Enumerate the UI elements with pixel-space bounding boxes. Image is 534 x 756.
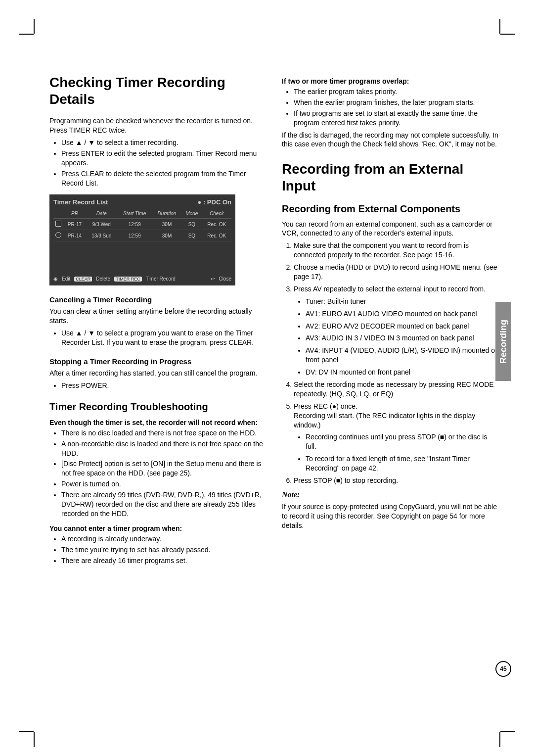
step5-list: Recording continues until you press STOP… bbox=[294, 432, 499, 473]
table-row: PR-17 9/3 Wed 12:59 30M SQ Rec. OK bbox=[53, 219, 231, 230]
trl-head-icon bbox=[53, 209, 63, 219]
intro-item: Press ENTER to edit the selected program… bbox=[61, 149, 267, 168]
ts2-item: A recording is already underway. bbox=[61, 534, 267, 544]
overlap-heading: If two or more timer programs overlap: bbox=[282, 77, 499, 85]
page-number-value: 45 bbox=[500, 665, 506, 672]
trl-table: PR Date Start Time Duration Mode Check P… bbox=[53, 209, 231, 241]
trl-trlabel: Timer Record bbox=[146, 276, 176, 282]
step3-list: Tuner: Built-in tuner AV1: EURO AV1 AUDI… bbox=[294, 297, 499, 377]
step-item: Choose a media (HDD or DVD) to record us… bbox=[294, 263, 499, 282]
ts2-list: A recording is already underway. The tim… bbox=[49, 534, 267, 566]
ok-icon: ◉ bbox=[53, 276, 58, 282]
trl-cell: PR-14 bbox=[63, 230, 86, 241]
page-number: 45 bbox=[495, 661, 511, 677]
step5-text: Press REC (●) once. Recording will start… bbox=[294, 402, 475, 429]
step3-item: DV: DV IN mounted on front panel bbox=[306, 368, 499, 377]
return-icon: ↩ bbox=[211, 276, 215, 282]
overlap-list: The earlier program takes priority. When… bbox=[282, 87, 499, 128]
cancel-text: You can clear a timer setting anytime be… bbox=[49, 307, 267, 326]
step3-text: Press AV repeatedly to select the extern… bbox=[294, 285, 486, 293]
trl-cell: Rec. OK bbox=[202, 219, 231, 230]
crop-mark bbox=[19, 731, 34, 732]
crop-mark bbox=[499, 732, 500, 747]
ts1-item: [Disc Protect] option is set to [ON] in … bbox=[61, 459, 267, 478]
timer-rec-pill: TIMER REC bbox=[114, 277, 142, 282]
trl-head: Start Time bbox=[117, 209, 152, 219]
trl-head: Duration bbox=[152, 209, 181, 219]
page-content: Checking Timer Recording Details Program… bbox=[0, 0, 534, 597]
table-row: PR-14 13/3 Sun 12:59 30M SQ Rec. OK bbox=[53, 230, 231, 241]
crop-mark bbox=[499, 19, 500, 34]
step5-item: Recording continues until you press STOP… bbox=[306, 432, 499, 451]
crop-mark bbox=[34, 19, 35, 34]
stop-item: Press POWER. bbox=[61, 381, 267, 390]
cancel-list: Use ▲ / ▼ to select a program you want t… bbox=[49, 329, 267, 347]
step-item: Press AV repeatedly to select the extern… bbox=[294, 284, 499, 377]
cancel-item: Use ▲ / ▼ to select a program you want t… bbox=[61, 329, 267, 347]
trl-cell: 13/3 Sun bbox=[86, 230, 117, 241]
crop-mark bbox=[19, 34, 34, 35]
step-item: Make sure that the component you want to… bbox=[294, 241, 499, 260]
trl-close: Close bbox=[219, 276, 231, 282]
trl-head: Mode bbox=[181, 209, 202, 219]
overlap-item: When the earlier program finishes, the l… bbox=[294, 98, 499, 107]
trl-head: Date bbox=[86, 209, 117, 219]
heading-stopping: Stopping a Timer Recording in Progress bbox=[49, 357, 267, 366]
trl-pdc: ● : PDC On bbox=[197, 198, 231, 206]
note-heading: Note: bbox=[282, 490, 499, 499]
stop-list: Press POWER. bbox=[49, 381, 267, 390]
crop-mark bbox=[34, 732, 35, 747]
overlap-item: The earlier program takes priority. bbox=[294, 87, 499, 96]
clear-pill: CLEAR bbox=[74, 277, 92, 282]
heading-checking-timer: Checking Timer Recording Details bbox=[49, 74, 267, 107]
external-intro: You can record from an external componen… bbox=[282, 220, 499, 238]
trl-cell: 30M bbox=[152, 230, 181, 241]
step3-item: AV2: EURO A/V2 DECODER mounted on back p… bbox=[306, 322, 499, 331]
trl-cell: 12:59 bbox=[117, 230, 152, 241]
crop-mark bbox=[500, 731, 515, 732]
trl-cell: SQ bbox=[181, 219, 202, 230]
right-column: If two or more timer programs overlap: T… bbox=[282, 74, 499, 567]
intro-item: Use ▲ / ▼ to select a timer recording. bbox=[61, 138, 267, 147]
overlap-item: If two programs are set to start at exac… bbox=[294, 109, 499, 128]
heading-canceling: Canceling a Timer Recording bbox=[49, 295, 267, 304]
timer-record-list-panel: Timer Record List ● : PDC On PR Date Sta… bbox=[49, 194, 235, 285]
trl-head-row: PR Date Start Time Duration Mode Check bbox=[53, 209, 231, 219]
trl-head: PR bbox=[63, 209, 86, 219]
step-item: Press REC (●) once. Recording will start… bbox=[294, 402, 499, 473]
step3-item: AV4: INPUT 4 (VIDEO, AUDIO (L/R), S-VIDE… bbox=[306, 346, 499, 365]
ts2-heading: You cannot enter a timer program when: bbox=[49, 524, 267, 532]
heading-external-input: Recording from an External Input bbox=[282, 161, 499, 194]
trl-cell: 12:59 bbox=[117, 219, 152, 230]
disc-icon bbox=[53, 219, 63, 230]
trl-cell: 30M bbox=[152, 219, 181, 230]
trl-cell: SQ bbox=[181, 230, 202, 241]
note-text: If your source is copy-protected using C… bbox=[282, 502, 499, 530]
crop-mark bbox=[500, 34, 515, 35]
hdd-icon bbox=[53, 230, 63, 241]
ts1-item: Power is turned on. bbox=[61, 479, 267, 489]
trl-head: Check bbox=[202, 209, 231, 219]
ts1-item: A non-recordable disc is loaded and ther… bbox=[61, 439, 267, 458]
section-tab-label: Recording bbox=[498, 319, 509, 363]
ts1-list: There is no disc loaded and there is not… bbox=[49, 428, 267, 519]
heading-external-components: Recording from External Components bbox=[282, 203, 499, 215]
step3-item: Tuner: Built-in tuner bbox=[306, 297, 499, 306]
trl-footer: ◉ Edit CLEAR Delete TIMER REC Timer Reco… bbox=[53, 276, 231, 282]
step-item: Press STOP (■) to stop recording. bbox=[294, 476, 499, 485]
intro-list: Use ▲ / ▼ to select a timer recording. P… bbox=[49, 138, 267, 188]
stop-text: After a timer recording has started, you… bbox=[49, 369, 267, 378]
section-tab-recording: Recording bbox=[495, 302, 511, 381]
ts1-heading: Even though the timer is set, the record… bbox=[49, 419, 267, 426]
ts2-item: There are already 16 timer programs set. bbox=[61, 556, 267, 566]
step-item: Select the recording mode as necessary b… bbox=[294, 380, 499, 399]
trl-edit: Edit bbox=[62, 276, 70, 282]
step3-item: AV1: EURO AV1 AUDIO VIDEO mounted on bac… bbox=[306, 309, 499, 319]
trl-cell: PR-17 bbox=[63, 219, 86, 230]
intro-text: Programming can be checked whenever the … bbox=[49, 116, 267, 135]
trl-delete: Delete bbox=[96, 276, 110, 282]
overlap-text: If the disc is damaged, the recording ma… bbox=[282, 131, 499, 149]
ts1-item: There are already 99 titles (DVD-RW, DVD… bbox=[61, 490, 267, 519]
heading-troubleshooting: Timer Recording Troubleshooting bbox=[49, 401, 267, 413]
ts1-item: There is no disc loaded and there is not… bbox=[61, 428, 267, 438]
